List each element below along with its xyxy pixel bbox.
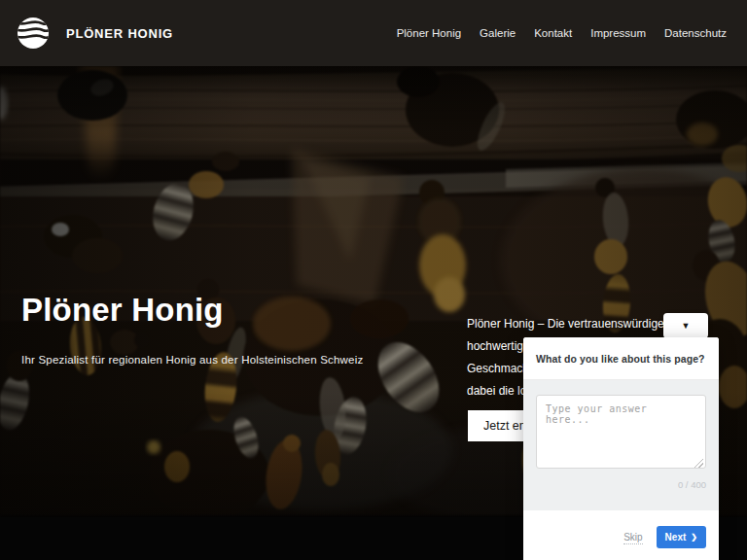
brand-home-link[interactable]: PLÖNER HONIG bbox=[17, 17, 173, 50]
survey-body: 0 / 400 bbox=[523, 380, 719, 510]
next-button[interactable]: Next ❯ bbox=[657, 526, 706, 548]
main-navigation: Plöner Honig Galerie Kontakt Impressum D… bbox=[397, 27, 727, 39]
hero-text-block: Plöner Honig Ihr Spezialist für regional… bbox=[21, 292, 363, 366]
hero-subtitle: Ihr Spezialist für regionalen Honig aus … bbox=[21, 354, 363, 366]
char-counter: 0 / 400 bbox=[536, 479, 706, 490]
logo-waves-icon bbox=[17, 17, 50, 50]
top-navbar: PLÖNER HONIG Plöner Honig Galerie Kontak… bbox=[0, 0, 747, 66]
nav-link-ploener-honig[interactable]: Plöner Honig bbox=[397, 27, 461, 39]
brand-name: PLÖNER HONIG bbox=[66, 26, 173, 41]
skip-link[interactable]: Skip bbox=[623, 531, 642, 544]
survey-question: What do you like about this page? bbox=[536, 353, 705, 365]
chevron-right-icon: ❯ bbox=[691, 534, 697, 542]
answer-field-wrap bbox=[536, 395, 706, 472]
survey-answer-input[interactable] bbox=[536, 395, 706, 469]
next-button-label: Next bbox=[665, 532, 687, 542]
survey-actions: Skip Next ❯ bbox=[536, 526, 706, 548]
page-title: Plöner Honig bbox=[21, 292, 363, 329]
survey-collapse-button[interactable]: ▼ bbox=[663, 313, 708, 338]
page: PLÖNER HONIG Plöner Honig Galerie Kontak… bbox=[0, 0, 747, 560]
nav-link-impressum[interactable]: Impressum bbox=[590, 27, 646, 39]
nav-link-galerie[interactable]: Galerie bbox=[480, 27, 516, 39]
survey-popup: What do you like about this page? 0 / 40… bbox=[523, 337, 719, 560]
nav-link-kontakt[interactable]: Kontakt bbox=[534, 27, 572, 39]
nav-link-datenschutz[interactable]: Datenschutz bbox=[664, 27, 727, 39]
survey-footer: Skip Next ❯ bbox=[523, 510, 719, 560]
chevron-down-icon: ▼ bbox=[682, 322, 691, 331]
survey-header: What do you like about this page? bbox=[523, 337, 719, 380]
